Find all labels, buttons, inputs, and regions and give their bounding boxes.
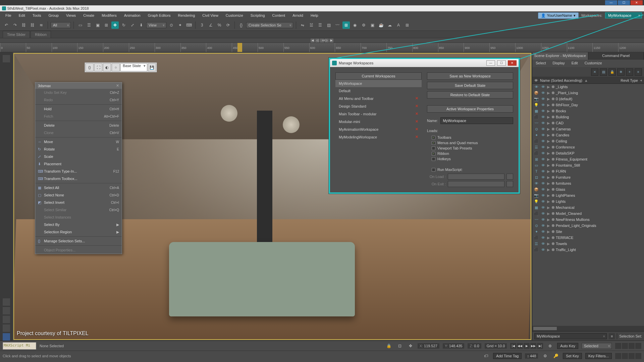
delete-workspace-icon[interactable]: ✕ (415, 96, 418, 101)
open-autodesk-icon[interactable]: A (395, 21, 402, 29)
row-visibility-icon[interactable]: ▦ (534, 109, 539, 113)
row-visibility-icon[interactable]: ☰ (534, 145, 539, 149)
scene-row[interactable]: 📷 👁 ▶ 0 (default) (532, 96, 644, 102)
scene-row[interactable]: ⬛ 👁 ▶ TERRACE (532, 235, 644, 241)
subtab-customize[interactable]: Customize (581, 60, 605, 67)
time-ruler[interactable]: 0501001502002503003504004505005506006507… (0, 43, 644, 52)
row-visibility-icon[interactable]: ▭ (534, 163, 539, 168)
zoom-all-icon[interactable] (622, 353, 628, 359)
window-crossing-icon[interactable]: ⊞ (103, 21, 110, 29)
menu-graph-editors[interactable]: Graph Editors (145, 12, 174, 19)
expand-icon[interactable]: ▶ (547, 109, 550, 113)
vp-shade1-icon[interactable]: ◐ (103, 63, 111, 71)
scene-row[interactable]: 👁 👁 ▶ _Lights (532, 84, 644, 90)
expand-icon[interactable]: ▶ (547, 212, 550, 216)
scene-row[interactable]: ☰ 👁 ▶ Towels (532, 241, 644, 247)
expand-icon[interactable]: ▶ (547, 242, 550, 246)
loads-check-toolbars[interactable]: ✓ Toolbars (427, 135, 513, 140)
fov-icon[interactable] (629, 353, 635, 359)
checkbox-icon[interactable]: ✓ (432, 141, 435, 145)
row-eye-icon[interactable]: 👁 (540, 109, 546, 113)
minimize-icon[interactable]: — (605, 0, 617, 5)
prev-frame-icon[interactable]: ◀◀ (517, 343, 523, 349)
manipulate-icon[interactable]: ✦ (176, 21, 184, 29)
workspace-row[interactable]: Default (335, 87, 422, 95)
delete-workspace-icon[interactable]: ✕ (415, 104, 418, 108)
row-eye-icon[interactable]: 👁 (540, 91, 546, 95)
row-visibility-icon[interactable]: ⬛ (534, 115, 539, 119)
goto-end-icon[interactable]: ▶| (537, 343, 543, 349)
min-max-icon[interactable] (635, 353, 641, 359)
row-visibility-icon[interactable]: ⊙ (534, 127, 539, 131)
render-frame-icon[interactable]: ▣ (369, 21, 376, 29)
checkbox-icon[interactable]: ✓ (432, 152, 435, 156)
menu-animation[interactable]: Animation (121, 12, 144, 19)
row-eye-icon[interactable]: 👁 (540, 199, 546, 203)
row-eye-icon[interactable]: 👁 (540, 169, 546, 173)
expand-icon[interactable]: ▶ (547, 181, 550, 186)
curve-editor-icon[interactable]: 〰 (334, 21, 341, 29)
loads-check-menus-and-quad-menus[interactable]: ✓ Menus and Quad menus (427, 140, 513, 145)
unlink-icon[interactable]: ⛓ (29, 21, 36, 29)
expand-icon[interactable]: ▶ (547, 91, 550, 95)
ctx-select-invert[interactable]: ◩ Select Invert Ctrl+I (35, 199, 122, 206)
scene-row[interactable]: 👁 👁 ▶ furnitures (532, 180, 644, 186)
ctx-scale[interactable]: ⤢ Scale (35, 153, 122, 160)
time-config-icon[interactable]: ⚙ (541, 352, 549, 360)
goto-start-icon[interactable]: |◀ (510, 343, 516, 349)
menu-file[interactable]: File (2, 12, 15, 19)
gutter-tool4-icon[interactable] (3, 324, 10, 332)
workspace-dropdown[interactable]: MyWorkspace (605, 12, 642, 18)
pivot-icon[interactable]: ⊙ (168, 21, 175, 29)
scene-row[interactable]: ⬛ 👁 ▶ Traffic_Light (532, 247, 644, 253)
row-eye-icon[interactable]: 👁 (540, 157, 546, 161)
menu-arnold[interactable]: Arnold (289, 12, 307, 19)
workspace-name-input[interactable] (440, 117, 513, 124)
timeline-prev-icon[interactable]: ◀ (311, 39, 315, 43)
scene-row[interactable]: ✦ 👁 ▶ Candles (532, 132, 644, 138)
se-add-icon[interactable]: + (626, 68, 633, 76)
row-eye-icon[interactable]: 👁 (540, 163, 546, 167)
close-icon[interactable]: ✕ (631, 0, 643, 5)
subtab-select[interactable]: Select (532, 60, 549, 67)
coord-y[interactable]: Y: 148.435 (443, 343, 465, 349)
vp-state-dropdown[interactable]: Base State (120, 63, 147, 71)
row-visibility-icon[interactable]: 📷 (534, 97, 539, 101)
coord-x[interactable]: X: 119.527 (418, 343, 439, 349)
workspace-row[interactable]: Design Standard✕ (335, 102, 422, 110)
absolute-mode-icon[interactable]: ✥ (407, 342, 414, 350)
scene-row[interactable]: 📦 👁 ▶ _Plant_Living (532, 90, 644, 96)
expand-icon[interactable]: ▶ (547, 230, 550, 234)
row-visibility-icon[interactable]: ⬛ (534, 151, 539, 156)
scene-row[interactable]: 💡 👁 ▶ 6thFloor_Day (532, 102, 644, 108)
render-online-icon[interactable]: ☁ (386, 21, 393, 29)
angle-snap-icon[interactable]: ∠ (207, 21, 214, 29)
row-eye-icon[interactable]: 👁 (540, 115, 546, 119)
max-toggle-icon[interactable] (635, 343, 641, 349)
selection-filter-dropdown[interactable]: All (51, 22, 71, 28)
scene-row[interactable]: ▦ 👁 ▶ Books (532, 108, 644, 114)
expand-icon[interactable]: ▶ (547, 193, 550, 198)
row-visibility-icon[interactable]: ✦ (534, 133, 539, 137)
rect-region-icon[interactable]: ▣ (94, 21, 101, 29)
row-visibility-icon[interactable]: ⬛ (534, 236, 539, 240)
workspace-row[interactable]: Alt Menu and Toolbar✕ (335, 95, 422, 102)
ctx-selection-region[interactable]: Selection Region ▶ (35, 228, 122, 236)
ctx-select-by[interactable]: Select By ▶ (35, 221, 122, 228)
maxscript-listener[interactable]: MAXScript Mi (3, 342, 36, 350)
loads-check-hotkeys[interactable]: Hotkeys (427, 156, 513, 162)
zoom-extents-icon[interactable] (615, 353, 621, 359)
row-eye-icon[interactable]: 👁 (540, 181, 546, 185)
row-eye-icon[interactable]: 👁 (540, 145, 546, 149)
row-visibility-icon[interactable]: 📦 (534, 91, 539, 95)
timeline-next-icon[interactable]: ▷ (325, 39, 329, 43)
checkbox-icon[interactable] (432, 146, 435, 150)
scene-row[interactable]: ▦ 👁 ▶ Mechanical (532, 204, 644, 210)
workspace-lower-dropdown[interactable]: MyWorkspace (534, 333, 607, 339)
ctx-transform-type-in-[interactable]: ⌨ Transform Type-In... F12 (35, 168, 122, 175)
expand-icon[interactable]: ▶ (547, 157, 550, 162)
tab-time-slider[interactable]: Time Slider (3, 31, 30, 38)
material-editor-icon[interactable]: ◉ (351, 21, 359, 29)
undo-icon[interactable]: ↶ (3, 21, 10, 29)
se-freeze-icon[interactable]: ❄ (617, 68, 625, 76)
